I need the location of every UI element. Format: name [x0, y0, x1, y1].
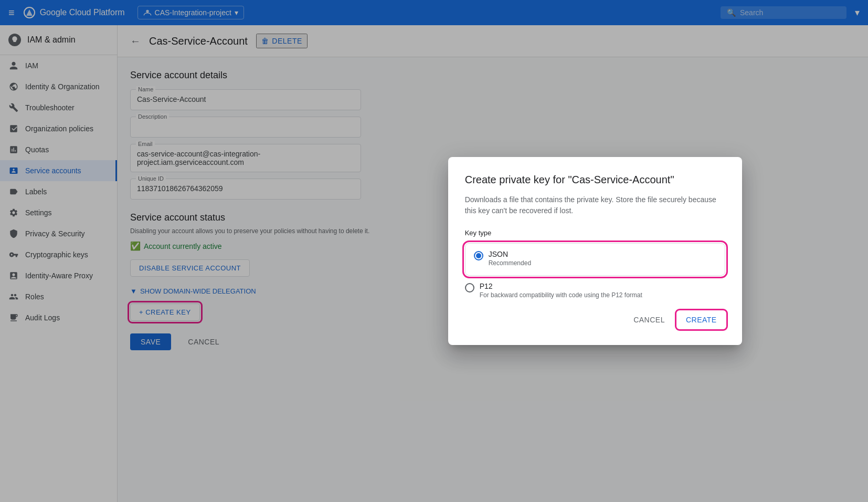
- key-type-section: Key type JSON Recommended P12 For backwa…: [465, 229, 725, 299]
- p12-radio-option[interactable]: P12 For backward compatibility with code…: [465, 282, 725, 299]
- json-radio-label: JSON: [489, 250, 531, 258]
- key-type-box: JSON Recommended: [465, 243, 725, 276]
- dialog-title: Create private key for "Cas-Service-Acco…: [465, 174, 725, 186]
- dialog-create-button[interactable]: CREATE: [678, 311, 725, 328]
- dialog-cancel-button[interactable]: CANCEL: [625, 311, 673, 328]
- json-radio-button[interactable]: [474, 251, 483, 260]
- key-type-label: Key type: [465, 229, 725, 237]
- p12-radio-label: P12: [480, 282, 642, 290]
- p12-radio-button[interactable]: [465, 283, 474, 292]
- json-radio-sublabel: Recommended: [489, 259, 531, 267]
- create-key-dialog: Create private key for "Cas-Service-Acco…: [448, 157, 742, 345]
- dialog-actions: CANCEL CREATE: [465, 311, 725, 328]
- dialog-description: Downloads a file that contains the priva…: [465, 194, 725, 216]
- json-radio-option[interactable]: JSON Recommended: [474, 250, 716, 267]
- p12-radio-sublabel: For backward compatibility with code usi…: [480, 291, 642, 299]
